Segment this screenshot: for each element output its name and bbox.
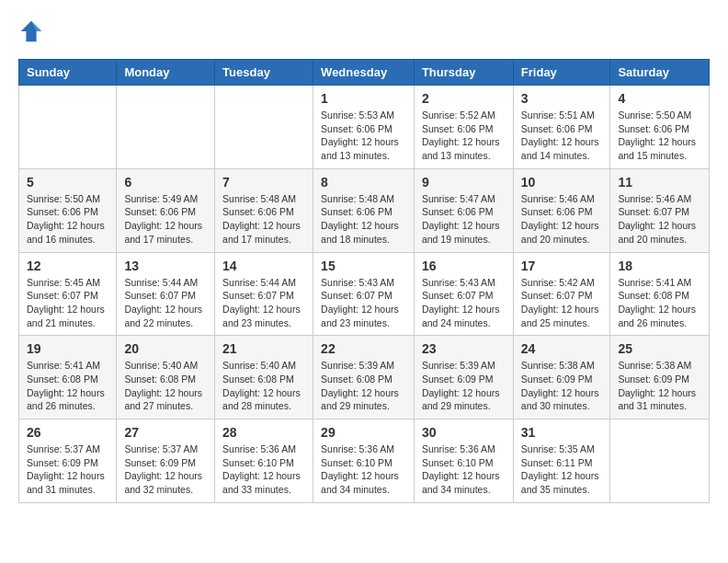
weekday-header-saturday: Saturday — [610, 60, 710, 86]
day-info: Sunrise: 5:46 AM Sunset: 6:06 PM Dayligh… — [521, 192, 603, 247]
weekday-header-sunday: Sunday — [19, 60, 117, 86]
day-info: Sunrise: 5:37 AM Sunset: 6:09 PM Dayligh… — [27, 442, 108, 497]
day-number: 11 — [618, 175, 701, 190]
day-info: Sunrise: 5:40 AM Sunset: 6:08 PM Dayligh… — [124, 359, 207, 413]
day-info: Sunrise: 5:42 AM Sunset: 6:07 PM Dayligh… — [521, 276, 603, 330]
week-row-3: 12Sunrise: 5:45 AM Sunset: 6:07 PM Dayli… — [19, 252, 710, 336]
day-cell: 4Sunrise: 5:50 AM Sunset: 6:06 PM Daylig… — [610, 86, 710, 169]
day-cell: 14Sunrise: 5:44 AM Sunset: 6:07 PM Dayli… — [215, 252, 313, 336]
day-info: Sunrise: 5:43 AM Sunset: 6:07 PM Dayligh… — [422, 276, 506, 330]
day-cell: 23Sunrise: 5:39 AM Sunset: 6:09 PM Dayli… — [414, 336, 513, 419]
logo-icon — [18, 18, 44, 44]
logo — [18, 18, 48, 44]
day-info: Sunrise: 5:41 AM Sunset: 6:08 PM Dayligh… — [27, 359, 108, 413]
day-number: 28 — [222, 425, 305, 440]
day-number: 2 — [422, 91, 506, 106]
day-cell: 25Sunrise: 5:38 AM Sunset: 6:09 PM Dayli… — [610, 336, 710, 419]
week-row-1: 1Sunrise: 5:53 AM Sunset: 6:06 PM Daylig… — [19, 86, 710, 169]
day-number: 18 — [618, 259, 701, 273]
calendar-table: SundayMondayTuesdayWednesdayThursdayFrid… — [18, 59, 710, 503]
day-number: 9 — [422, 175, 506, 190]
day-info: Sunrise: 5:36 AM Sunset: 6:10 PM Dayligh… — [321, 442, 406, 497]
day-info: Sunrise: 5:39 AM Sunset: 6:09 PM Dayligh… — [422, 359, 506, 413]
day-cell: 7Sunrise: 5:48 AM Sunset: 6:06 PM Daylig… — [215, 168, 313, 252]
day-cell: 13Sunrise: 5:44 AM Sunset: 6:07 PM Dayli… — [117, 252, 215, 336]
day-cell: 12Sunrise: 5:45 AM Sunset: 6:07 PM Dayli… — [19, 252, 117, 336]
day-info: Sunrise: 5:51 AM Sunset: 6:06 PM Dayligh… — [521, 109, 603, 163]
weekday-header-tuesday: Tuesday — [215, 60, 313, 86]
day-cell: 8Sunrise: 5:48 AM Sunset: 6:06 PM Daylig… — [313, 168, 415, 252]
day-info: Sunrise: 5:38 AM Sunset: 6:09 PM Dayligh… — [521, 359, 603, 413]
day-cell: 18Sunrise: 5:41 AM Sunset: 6:08 PM Dayli… — [610, 252, 710, 336]
day-info: Sunrise: 5:45 AM Sunset: 6:07 PM Dayligh… — [27, 276, 108, 330]
day-info: Sunrise: 5:52 AM Sunset: 6:06 PM Dayligh… — [422, 109, 506, 163]
day-cell — [215, 86, 313, 169]
day-info: Sunrise: 5:40 AM Sunset: 6:08 PM Dayligh… — [222, 359, 305, 413]
day-info: Sunrise: 5:39 AM Sunset: 6:08 PM Dayligh… — [321, 359, 406, 413]
day-info: Sunrise: 5:44 AM Sunset: 6:07 PM Dayligh… — [222, 276, 305, 330]
day-cell: 2Sunrise: 5:52 AM Sunset: 6:06 PM Daylig… — [414, 86, 513, 169]
day-number: 3 — [521, 91, 603, 106]
day-cell: 20Sunrise: 5:40 AM Sunset: 6:08 PM Dayli… — [117, 336, 215, 419]
day-number: 31 — [521, 425, 603, 440]
day-cell: 21Sunrise: 5:40 AM Sunset: 6:08 PM Dayli… — [215, 336, 313, 419]
header — [18, 18, 710, 44]
week-row-5: 26Sunrise: 5:37 AM Sunset: 6:09 PM Dayli… — [19, 419, 710, 503]
day-info: Sunrise: 5:48 AM Sunset: 6:06 PM Dayligh… — [222, 192, 305, 247]
day-number: 5 — [27, 175, 108, 190]
day-cell: 26Sunrise: 5:37 AM Sunset: 6:09 PM Dayli… — [19, 419, 117, 503]
day-number: 15 — [321, 259, 406, 273]
day-info: Sunrise: 5:41 AM Sunset: 6:08 PM Dayligh… — [618, 276, 701, 330]
day-cell: 31Sunrise: 5:35 AM Sunset: 6:11 PM Dayli… — [513, 419, 610, 503]
day-cell: 5Sunrise: 5:50 AM Sunset: 6:06 PM Daylig… — [19, 168, 117, 252]
day-cell: 29Sunrise: 5:36 AM Sunset: 6:10 PM Dayli… — [313, 419, 415, 503]
day-info: Sunrise: 5:48 AM Sunset: 6:06 PM Dayligh… — [321, 192, 406, 247]
day-cell — [117, 86, 215, 169]
weekday-header-thursday: Thursday — [414, 60, 513, 86]
day-info: Sunrise: 5:50 AM Sunset: 6:06 PM Dayligh… — [618, 109, 701, 163]
day-number: 19 — [27, 341, 108, 356]
day-info: Sunrise: 5:47 AM Sunset: 6:06 PM Dayligh… — [422, 192, 506, 247]
day-cell: 27Sunrise: 5:37 AM Sunset: 6:09 PM Dayli… — [117, 419, 215, 503]
day-cell — [19, 86, 117, 169]
day-number: 23 — [422, 341, 506, 356]
day-info: Sunrise: 5:53 AM Sunset: 6:06 PM Dayligh… — [321, 109, 406, 163]
day-cell: 19Sunrise: 5:41 AM Sunset: 6:08 PM Dayli… — [19, 336, 117, 419]
day-cell — [610, 419, 710, 503]
day-info: Sunrise: 5:44 AM Sunset: 6:07 PM Dayligh… — [124, 276, 207, 330]
day-number: 14 — [222, 259, 305, 273]
day-number: 16 — [422, 259, 506, 273]
day-cell: 22Sunrise: 5:39 AM Sunset: 6:08 PM Dayli… — [313, 336, 415, 419]
day-number: 21 — [222, 341, 305, 356]
day-number: 25 — [618, 341, 701, 356]
day-number: 29 — [321, 425, 406, 440]
day-cell: 11Sunrise: 5:46 AM Sunset: 6:07 PM Dayli… — [610, 168, 710, 252]
page: SundayMondayTuesdayWednesdayThursdayFrid… — [0, 0, 728, 522]
day-number: 30 — [422, 425, 506, 440]
day-info: Sunrise: 5:50 AM Sunset: 6:06 PM Dayligh… — [27, 192, 108, 247]
day-number: 7 — [222, 175, 305, 190]
day-cell: 1Sunrise: 5:53 AM Sunset: 6:06 PM Daylig… — [313, 86, 415, 169]
week-row-4: 19Sunrise: 5:41 AM Sunset: 6:08 PM Dayli… — [19, 336, 710, 419]
day-number: 26 — [27, 425, 108, 440]
day-number: 24 — [521, 341, 603, 356]
day-cell: 30Sunrise: 5:36 AM Sunset: 6:10 PM Dayli… — [414, 419, 513, 503]
week-row-2: 5Sunrise: 5:50 AM Sunset: 6:06 PM Daylig… — [19, 168, 710, 252]
day-cell: 15Sunrise: 5:43 AM Sunset: 6:07 PM Dayli… — [313, 252, 415, 336]
day-cell: 28Sunrise: 5:36 AM Sunset: 6:10 PM Dayli… — [215, 419, 313, 503]
weekday-header-friday: Friday — [513, 60, 610, 86]
day-info: Sunrise: 5:36 AM Sunset: 6:10 PM Dayligh… — [222, 442, 305, 497]
day-cell: 17Sunrise: 5:42 AM Sunset: 6:07 PM Dayli… — [513, 252, 610, 336]
day-number: 8 — [321, 175, 406, 190]
day-cell: 6Sunrise: 5:49 AM Sunset: 6:06 PM Daylig… — [117, 168, 215, 252]
day-info: Sunrise: 5:37 AM Sunset: 6:09 PM Dayligh… — [124, 442, 207, 497]
day-cell: 16Sunrise: 5:43 AM Sunset: 6:07 PM Dayli… — [414, 252, 513, 336]
day-number: 22 — [321, 341, 406, 356]
weekday-header-wednesday: Wednesday — [313, 60, 415, 86]
day-info: Sunrise: 5:46 AM Sunset: 6:07 PM Dayligh… — [618, 192, 701, 247]
day-number: 6 — [124, 175, 207, 190]
day-number: 13 — [124, 259, 207, 273]
day-info: Sunrise: 5:49 AM Sunset: 6:06 PM Dayligh… — [124, 192, 207, 247]
day-info: Sunrise: 5:35 AM Sunset: 6:11 PM Dayligh… — [521, 442, 603, 497]
day-cell: 3Sunrise: 5:51 AM Sunset: 6:06 PM Daylig… — [513, 86, 610, 169]
